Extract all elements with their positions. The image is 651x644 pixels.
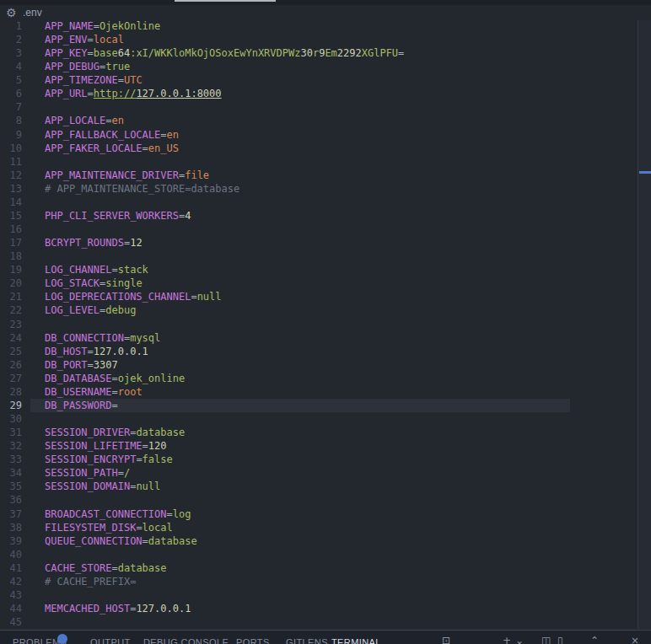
code-text: DB_DATABASE=ojek_online (45, 372, 185, 385)
code-line[interactable]: 7 (0, 100, 638, 115)
code-line[interactable]: 32SESSION_LIFETIME=120 (0, 439, 638, 453)
panel-tab-terminal[interactable]: TERMINAL (331, 637, 381, 644)
line-number: 27 (0, 372, 22, 385)
code-line[interactable]: 43 (0, 588, 638, 603)
line-number: 12 (0, 169, 22, 182)
code-line[interactable]: 9APP_FALLBACK_LOCALE=en (0, 128, 638, 142)
code-text: LOG_CHANNEL=stack (45, 263, 148, 276)
line-number: 24 (0, 331, 22, 345)
line-number: 30 (0, 412, 22, 426)
scrollbar-cursor-mark (639, 171, 651, 174)
code-line[interactable]: 33SESSION_ENCRYPT=false (0, 453, 638, 467)
editor-scrollbar[interactable] (638, 20, 651, 629)
code-line[interactable]: 19LOG_CHANNEL=stack (0, 263, 638, 277)
line-number: 18 (0, 250, 22, 263)
code-line[interactable]: 11 (0, 155, 638, 169)
code-text: DB_HOST=127.0.0.1 (45, 345, 148, 358)
code-text: QUEUE_CONNECTION=database (45, 534, 197, 548)
code-line[interactable]: 45 (0, 615, 638, 630)
line-number: 42 (0, 575, 22, 588)
editor-code-area[interactable]: 1APP_NAME=OjekOnline2APP_ENV=local3APP_K… (0, 0, 638, 629)
code-line[interactable]: 14 (0, 196, 638, 210)
line-number: 14 (0, 196, 22, 209)
code-line[interactable]: 12APP_MAINTENANCE_DRIVER=file (0, 169, 638, 183)
code-line[interactable]: 36 (0, 493, 638, 507)
panel-tab-gitlens[interactable]: GITLENS (286, 637, 328, 644)
code-line[interactable]: 38FILESYSTEM_DISK=local (0, 521, 638, 535)
maximize-panel-icon[interactable]: ⌃ (590, 636, 599, 644)
code-line[interactable]: 6APP_URL=http://127.0.0.1:8000 (0, 87, 638, 101)
code-line[interactable]: 18 (0, 250, 638, 264)
code-line[interactable]: 35SESSION_DOMAIN=null (0, 480, 638, 494)
breadcrumb-file-name[interactable]: .env (23, 5, 42, 20)
line-number: 38 (0, 521, 22, 534)
code-text: APP_ENV=local (45, 33, 124, 46)
bottom-panel-bar: PROBLEMSOUTPUTDEBUG CONSOLEPORTSGITLENST… (0, 630, 651, 644)
code-text: FILESYSTEM_DISK=local (45, 521, 173, 534)
new-terminal-icon[interactable]: + (503, 636, 511, 644)
code-text: APP_LOCALE=en (45, 114, 124, 127)
code-line[interactable]: 27DB_DATABASE=ojek_online (0, 372, 638, 386)
code-text: APP_NAME=OjekOnline (45, 19, 160, 33)
code-text: APP_FALLBACK_LOCALE=en (45, 128, 179, 142)
code-line[interactable]: 1APP_NAME=OjekOnline (0, 19, 638, 34)
code-line[interactable]: 4APP_DEBUG=true (0, 60, 638, 74)
code-line[interactable]: 17BCRYPT_ROUNDS=12 (0, 236, 638, 250)
code-line[interactable]: 26DB_PORT=3307 (0, 358, 638, 373)
code-line[interactable]: 8APP_LOCALE=en (0, 114, 638, 128)
panel-tab-output[interactable]: OUTPUT (90, 637, 131, 644)
open-terminal-editor-icon[interactable]: ⊡ (442, 636, 450, 644)
code-line[interactable]: 41CACHE_STORE=database (0, 561, 638, 576)
code-line[interactable]: 42# CACHE_PREFIX= (0, 575, 638, 589)
line-number: 16 (0, 223, 22, 236)
code-line[interactable]: 20LOG_STACK=single (0, 276, 638, 291)
code-line[interactable]: 29DB_PASSWORD= (0, 399, 638, 413)
code-line[interactable]: 22LOG_LEVEL=debug (0, 303, 638, 318)
code-line[interactable]: 34SESSION_PATH=/ (0, 466, 638, 480)
line-number: 4 (0, 60, 22, 73)
code-text: # APP_MAINTENANCE_STORE=database (45, 182, 239, 196)
code-line[interactable]: 10APP_FAKER_LOCALE=en_US (0, 142, 638, 156)
terminal-dropdown-icon[interactable]: ⌄ (515, 636, 524, 644)
code-line[interactable]: 28DB_USERNAME=root (0, 385, 638, 400)
line-number: 9 (0, 128, 22, 142)
line-number: 44 (0, 602, 22, 615)
code-text: PHP_CLI_SERVER_WORKERS=4 (45, 209, 191, 223)
code-text: BCRYPT_ROUNDS=12 (45, 236, 143, 250)
code-text: MEMCACHED_HOST=127.0.0.1 (45, 602, 191, 615)
close-panel-icon[interactable]: × (631, 636, 639, 644)
breadcrumb: ⚙ .env (0, 5, 651, 20)
code-line[interactable]: 5APP_TIMEZONE=UTC (0, 73, 638, 88)
code-line[interactable]: 31SESSION_DRIVER=database (0, 426, 638, 440)
code-text: BROADCAST_CONNECTION=log (45, 507, 191, 521)
code-line[interactable]: 3APP_KEY=base64:xI/WKKloMkOjOSoxEwYnXRVD… (0, 46, 638, 61)
line-number: 2 (0, 33, 22, 46)
kill-terminal-icon[interactable]: ▯ (557, 636, 563, 644)
code-line[interactable]: 15PHP_CLI_SERVER_WORKERS=4 (0, 209, 638, 223)
code-line[interactable]: 25DB_HOST=127.0.0.1 (0, 345, 638, 359)
split-terminal-icon[interactable]: ◫ (541, 636, 551, 644)
line-number: 11 (0, 155, 22, 169)
line-number: 3 (0, 46, 22, 60)
code-line[interactable]: 39QUEUE_CONNECTION=database (0, 534, 638, 549)
code-text: # CACHE_PREFIX= (45, 575, 136, 588)
code-line[interactable]: 30 (0, 412, 638, 427)
code-text: LOG_DEPRECATIONS_CHANNEL=null (45, 290, 222, 303)
code-line[interactable]: 40 (0, 548, 638, 562)
line-number: 23 (0, 318, 22, 331)
code-line[interactable]: 13# APP_MAINTENANCE_STORE=database (0, 182, 638, 196)
panel-tab-debug-console[interactable]: DEBUG CONSOLE (143, 637, 229, 644)
code-line[interactable]: 16 (0, 223, 638, 237)
code-text: DB_USERNAME=root (45, 385, 143, 399)
line-number: 1 (0, 19, 22, 33)
code-line[interactable]: 21LOG_DEPRECATIONS_CHANNEL=null (0, 290, 638, 304)
code-line[interactable]: 2APP_ENV=local (0, 33, 638, 47)
line-number: 36 (0, 493, 22, 507)
line-number: 33 (0, 453, 22, 466)
code-line[interactable]: 23 (0, 318, 638, 332)
panel-tab-ports[interactable]: PORTS (236, 637, 270, 644)
code-line[interactable]: 44MEMCACHED_HOST=127.0.0.1 (0, 602, 638, 616)
code-line[interactable]: 24DB_CONNECTION=mysql (0, 331, 638, 346)
code-line[interactable]: 37BROADCAST_CONNECTION=log (0, 507, 638, 522)
line-number: 45 (0, 615, 22, 629)
